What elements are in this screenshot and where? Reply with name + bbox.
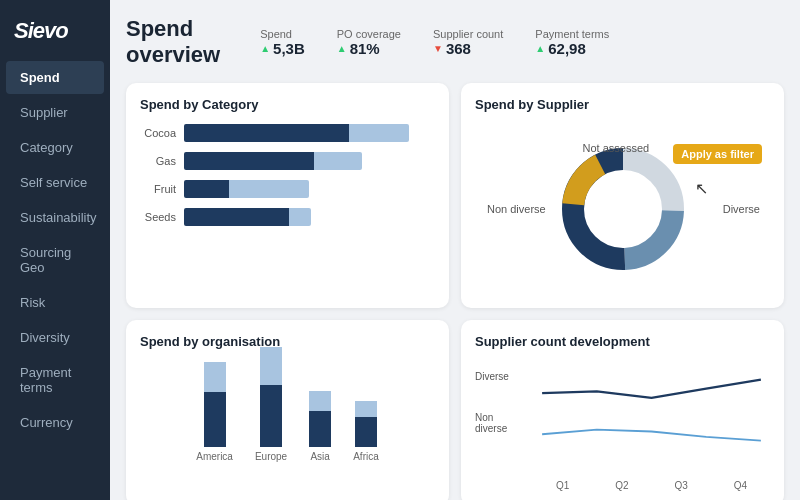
bar-cocoa-dark bbox=[184, 124, 349, 142]
metric-payment-label: Payment terms bbox=[535, 28, 609, 40]
metric-supplier-label: Supplier count bbox=[433, 28, 503, 40]
card-supplier-count-title: Supplier count development bbox=[475, 334, 770, 349]
metric-spend-label: Spend bbox=[260, 28, 305, 40]
metrics-bar: Spend ▲ 5,3B PO coverage ▲ 81% Supplier … bbox=[260, 28, 609, 57]
main-content: Spendoverview Spend ▲ 5,3B PO coverage ▲… bbox=[110, 0, 800, 500]
y-label-non-diverse: Nondiverse bbox=[475, 412, 509, 434]
card-spend-by-supplier: Spend by Supplier Not assessed Non diver bbox=[461, 83, 784, 308]
metric-po: PO coverage ▲ 81% bbox=[337, 28, 401, 57]
bar-fruit-dark bbox=[184, 180, 229, 198]
metric-po-value: ▲ 81% bbox=[337, 40, 401, 57]
sidebar: Sievo Spend Supplier Category Self servi… bbox=[0, 0, 110, 500]
sidebar-item-sourcing-geo[interactable]: Sourcing Geo bbox=[6, 236, 104, 284]
header: Spendoverview Spend ▲ 5,3B PO coverage ▲… bbox=[126, 16, 784, 69]
logo: Sievo bbox=[0, 0, 110, 60]
sidebar-item-payment-terms[interactable]: Payment terms bbox=[6, 356, 104, 404]
cards-grid: Spend by Category Cocoa Gas bbox=[126, 83, 784, 500]
bar-seeds bbox=[184, 208, 435, 226]
sidebar-item-spend[interactable]: Spend bbox=[6, 61, 104, 94]
card-spend-by-org: Spend by organisation America Eu bbox=[126, 320, 449, 500]
trend-down-icon: ▼ bbox=[433, 43, 443, 54]
metric-payment: Payment terms ▲ 62,98 bbox=[535, 28, 609, 57]
bar-row-cocoa: Cocoa bbox=[140, 124, 435, 142]
card-supplier-count-dev: Supplier count development Diverse Nondi… bbox=[461, 320, 784, 500]
metric-supplier-count: Supplier count ▼ 368 bbox=[433, 28, 503, 57]
x-label-q2: Q2 bbox=[615, 480, 628, 491]
bar-fruit-light bbox=[229, 180, 309, 198]
bar-gas-light bbox=[314, 152, 362, 170]
metric-spend: Spend ▲ 5,3B bbox=[260, 28, 305, 57]
card-spend-by-category: Spend by Category Cocoa Gas bbox=[126, 83, 449, 308]
metric-supplier-value: ▼ 368 bbox=[433, 40, 503, 57]
bar-label-gas: Gas bbox=[140, 155, 176, 167]
sidebar-item-supplier[interactable]: Supplier bbox=[6, 96, 104, 129]
sidebar-item-currency[interactable]: Currency bbox=[6, 406, 104, 439]
apply-filter-tooltip[interactable]: Apply as filter bbox=[673, 144, 762, 164]
sidebar-item-self-service[interactable]: Self service bbox=[6, 166, 104, 199]
trend-up-icon: ▲ bbox=[260, 43, 270, 54]
bar-label-cocoa: Cocoa bbox=[140, 127, 176, 139]
bar-label-fruit: Fruit bbox=[140, 183, 176, 195]
logo-text: Sievo bbox=[14, 18, 68, 43]
sidebar-item-risk[interactable]: Risk bbox=[6, 286, 104, 319]
sidebar-item-category[interactable]: Category bbox=[6, 131, 104, 164]
x-label-q3: Q3 bbox=[674, 480, 687, 491]
bar-row-seeds: Seeds bbox=[140, 208, 435, 226]
sidebar-nav: Spend Supplier Category Self service Sus… bbox=[0, 60, 110, 440]
card-category-title: Spend by Category bbox=[140, 97, 435, 112]
org-label-africa: Africa bbox=[353, 451, 379, 462]
bar-cocoa bbox=[184, 124, 435, 142]
bar-cocoa-light bbox=[349, 124, 409, 142]
metric-po-label: PO coverage bbox=[337, 28, 401, 40]
org-label-europe: Europe bbox=[255, 451, 287, 462]
bar-gas bbox=[184, 152, 435, 170]
x-label-q1: Q1 bbox=[556, 480, 569, 491]
trend-up-icon-payment: ▲ bbox=[535, 43, 545, 54]
metric-payment-value: ▲ 62,98 bbox=[535, 40, 609, 57]
card-org-title: Spend by organisation bbox=[140, 334, 435, 349]
donut-container: Not assessed Non diverse Diverse Apply a… bbox=[475, 124, 770, 294]
trend-up-icon-po: ▲ bbox=[337, 43, 347, 54]
bar-seeds-dark bbox=[184, 208, 289, 226]
x-label-q4: Q4 bbox=[734, 480, 747, 491]
metric-spend-value: ▲ 5,3B bbox=[260, 40, 305, 57]
cursor-icon: ↖ bbox=[695, 179, 708, 198]
label-not-assessed: Not assessed bbox=[583, 142, 650, 154]
bar-fruit bbox=[184, 180, 435, 198]
bar-row-gas: Gas bbox=[140, 152, 435, 170]
org-label-asia: Asia bbox=[310, 451, 329, 462]
line-chart-svg bbox=[533, 361, 770, 471]
bar-label-seeds: Seeds bbox=[140, 211, 176, 223]
org-label-america: America bbox=[196, 451, 233, 462]
bar-gas-dark bbox=[184, 152, 314, 170]
category-bar-chart: Cocoa Gas Fruit bbox=[140, 124, 435, 226]
y-label-diverse: Diverse bbox=[475, 371, 509, 382]
page-title: Spendoverview bbox=[126, 16, 220, 69]
label-diverse: Diverse bbox=[723, 203, 760, 215]
bar-seeds-light bbox=[289, 208, 311, 226]
label-non-diverse: Non diverse bbox=[487, 203, 546, 215]
sidebar-item-diversity[interactable]: Diversity bbox=[6, 321, 104, 354]
card-supplier-title: Spend by Supplier bbox=[475, 97, 770, 112]
bar-row-fruit: Fruit bbox=[140, 180, 435, 198]
sidebar-item-sustainability[interactable]: Sustainability bbox=[6, 201, 104, 234]
